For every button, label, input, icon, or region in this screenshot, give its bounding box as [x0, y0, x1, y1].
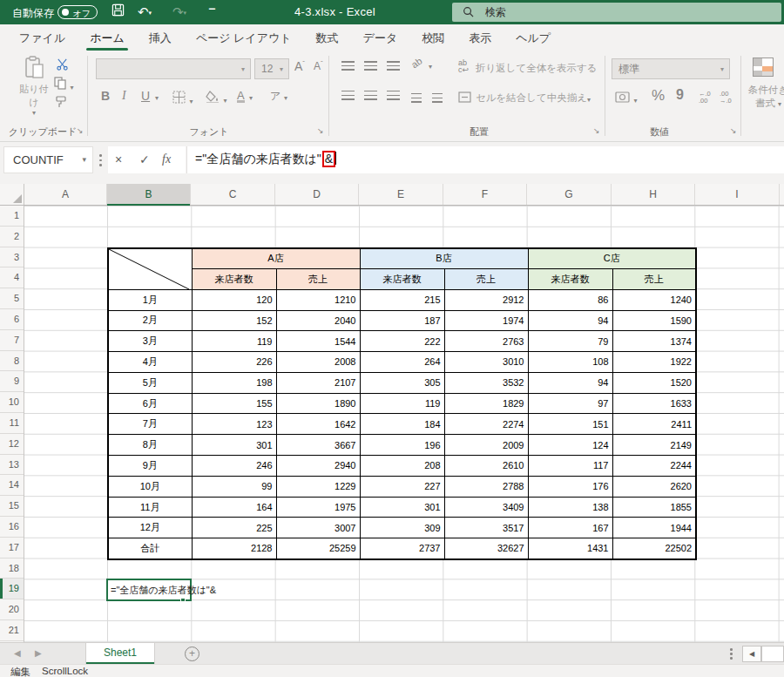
cell-H6[interactable]: 1590	[612, 310, 696, 331]
cell-H15[interactable]: 1855	[612, 497, 696, 518]
cell-D7[interactable]: 1544	[276, 331, 360, 352]
cell-H14[interactable]: 2620	[612, 476, 696, 497]
cell-D5[interactable]: 1210	[276, 289, 360, 310]
comma-style-button[interactable]: 9	[676, 87, 684, 103]
align-middle-icon[interactable]	[364, 61, 377, 71]
cell-B13[interactable]: 9月	[108, 456, 192, 477]
column-header-F[interactable]: F	[443, 184, 527, 205]
search-box[interactable]: 検索	[452, 3, 781, 22]
cell-F17[interactable]: 32627	[444, 538, 528, 559]
cell-G8[interactable]: 108	[528, 352, 612, 373]
cell-B8[interactable]: 4月	[108, 352, 192, 373]
fill-color-button[interactable]: ▾	[206, 91, 226, 106]
borders-button[interactable]: ▾	[172, 91, 193, 107]
row-header-18[interactable]: 18	[0, 559, 24, 579]
cell-D14[interactable]: 1229	[276, 476, 360, 497]
number-dialog-launcher[interactable]: ↘	[730, 126, 737, 135]
ribbon-tab-ページ レイアウト[interactable]: ページ レイアウト	[184, 24, 304, 52]
cell-C14[interactable]: 99	[192, 476, 276, 497]
row-header-11[interactable]: 11	[0, 413, 24, 434]
phonetic-button[interactable]: ア	[270, 89, 280, 104]
save-button[interactable]	[112, 3, 125, 21]
cell-F12[interactable]: 2009	[444, 435, 528, 456]
row-header-1[interactable]: 1	[0, 206, 24, 227]
cell-E15[interactable]: 301	[360, 497, 444, 518]
cell-B11[interactable]: 7月	[108, 414, 192, 435]
row-header-16[interactable]: 16	[0, 517, 24, 538]
cell-D6[interactable]: 2040	[276, 310, 360, 331]
cell-B6[interactable]: 2月	[108, 310, 192, 331]
store-header-C店[interactable]: C店	[528, 248, 696, 269]
increase-indent-button[interactable]	[432, 91, 443, 106]
next-sheet-button[interactable]: ▶	[35, 648, 42, 658]
enter-button[interactable]: ✓	[139, 146, 150, 173]
subheader-A店-売上[interactable]: 売上	[276, 268, 360, 289]
percent-button[interactable]: %	[652, 87, 665, 105]
cell-C9[interactable]: 198	[192, 372, 276, 393]
row-header-15[interactable]: 15	[0, 496, 24, 517]
row-header-7[interactable]: 7	[0, 330, 24, 351]
font-dialog-launcher[interactable]: ↘	[317, 126, 324, 135]
cell-F6[interactable]: 1974	[444, 310, 528, 331]
cell-H10[interactable]: 1633	[612, 393, 696, 414]
row-header-17[interactable]: 17	[0, 538, 24, 559]
cell-B10[interactable]: 6月	[108, 393, 192, 414]
cell-C15[interactable]: 164	[192, 497, 276, 518]
column-header-D[interactable]: D	[275, 184, 359, 205]
select-all-corner[interactable]	[0, 184, 24, 205]
row-header-20[interactable]: 20	[0, 599, 24, 620]
decrease-decimal-button[interactable]: .00 →.0	[720, 91, 732, 105]
column-header-E[interactable]: E	[359, 184, 443, 205]
hscroll-thumb[interactable]	[761, 646, 784, 662]
add-sheet-button[interactable]: +	[185, 647, 199, 661]
align-left-icon[interactable]	[341, 91, 355, 100]
cell-E10[interactable]: 119	[360, 393, 444, 414]
subheader-C店-売上[interactable]: 売上	[612, 268, 696, 289]
hscroll-left-button[interactable]: ◀	[742, 646, 761, 662]
cell-G6[interactable]: 94	[528, 310, 612, 331]
cell-D12[interactable]: 3667	[276, 435, 360, 456]
copy-button[interactable]: ▾	[54, 77, 73, 93]
cell-H17[interactable]: 22502	[612, 538, 696, 559]
cell-H16[interactable]: 1944	[612, 518, 696, 538]
align-center-icon[interactable]	[364, 91, 377, 100]
cell-G15[interactable]: 138	[528, 497, 612, 518]
cell-B5[interactable]: 1月	[108, 289, 192, 310]
format-painter-button[interactable]	[55, 96, 67, 112]
autosave-toggle[interactable]: オフ	[57, 5, 98, 19]
font-color-button[interactable]: A	[237, 89, 245, 103]
cell-D11[interactable]: 1642	[276, 414, 360, 435]
ribbon-tab-ファイル[interactable]: ファイル	[7, 24, 78, 52]
cancel-button[interactable]: ×	[115, 146, 122, 173]
cell-E8[interactable]: 264	[360, 352, 444, 373]
cell-D16[interactable]: 3007	[276, 518, 360, 538]
column-header-G[interactable]: G	[527, 184, 612, 205]
increase-decimal-button[interactable]: ←.0 .00	[699, 91, 711, 105]
subheader-B店-売上[interactable]: 売上	[444, 268, 528, 289]
row-header-6[interactable]: 6	[0, 309, 24, 330]
ribbon-tab-数式[interactable]: 数式	[304, 24, 351, 52]
cell-C5[interactable]: 120	[192, 289, 276, 310]
cell-C7[interactable]: 119	[192, 331, 276, 352]
cell-B7[interactable]: 3月	[108, 331, 192, 352]
row-header-3[interactable]: 3	[0, 247, 24, 268]
cell-H9[interactable]: 1520	[612, 372, 696, 393]
cell-B15[interactable]: 11月	[108, 497, 192, 518]
cell-D10[interactable]: 1890	[276, 393, 360, 414]
cell-C13[interactable]: 246	[192, 456, 276, 477]
subheader-A店-来店者数[interactable]: 来店者数	[192, 268, 276, 289]
cell-F5[interactable]: 2912	[444, 289, 528, 310]
cell-G12[interactable]: 124	[528, 435, 612, 456]
wrap-text-button[interactable]: 折り返して全体を表示する	[476, 62, 598, 75]
cell-G9[interactable]: 94	[528, 372, 612, 393]
decrease-indent-button[interactable]	[411, 91, 422, 106]
store-header-B店[interactable]: B店	[360, 248, 528, 269]
cell-C12[interactable]: 301	[192, 435, 276, 456]
cell-F16[interactable]: 3517	[444, 518, 528, 538]
row-header-5[interactable]: 5	[0, 288, 24, 309]
cell-G14[interactable]: 176	[528, 476, 612, 497]
currency-button[interactable]: ▾	[615, 91, 637, 106]
cell-B17[interactable]: 合計	[108, 538, 192, 559]
cell-E6[interactable]: 187	[360, 310, 444, 331]
cell-F7[interactable]: 2763	[444, 331, 528, 352]
